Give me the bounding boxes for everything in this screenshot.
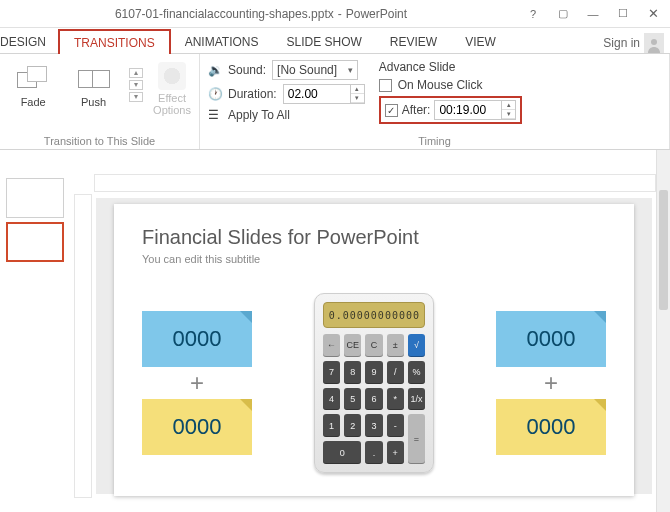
calc-key[interactable]: √ (408, 334, 425, 357)
vertical-scrollbar[interactable] (656, 150, 670, 512)
ribbon-tabs: DESIGN TRANSITIONS ANIMATIONS SLIDE SHOW… (0, 28, 670, 54)
note-top-right[interactable]: 0000 (496, 311, 606, 367)
calculator[interactable]: 0.00000000000 ← CE C ± √ 7 8 9 / % 4 5 (314, 293, 434, 473)
push-icon (78, 62, 110, 94)
after-label: After: (402, 103, 431, 117)
calc-key[interactable]: 0 (323, 441, 361, 464)
calc-key[interactable]: % (408, 361, 425, 384)
on-mouse-checkbox[interactable] (379, 79, 392, 92)
sign-in[interactable]: Sign in (603, 33, 670, 53)
avatar-icon (644, 33, 664, 53)
app-name: PowerPoint (346, 7, 407, 21)
calc-key[interactable]: . (365, 441, 382, 464)
duration-input[interactable] (284, 87, 350, 101)
effect-options-button: Effect Options (153, 58, 191, 116)
vertical-ruler (74, 194, 92, 498)
sound-icon: 🔉 (208, 63, 222, 77)
advance-slide-label: Advance Slide (379, 60, 523, 74)
transition-push[interactable]: Push (68, 58, 118, 108)
workspace: Financial Slides for PowerPoint You can … (0, 150, 670, 512)
minimize-button[interactable]: — (582, 5, 604, 23)
horizontal-ruler (94, 174, 656, 192)
transition-fade[interactable]: Fade (8, 58, 58, 108)
plus-right: + (544, 371, 558, 395)
maximize-button[interactable]: ☐ (612, 5, 634, 23)
after-row: ✓ After: ▴▾ (379, 96, 523, 124)
after-input[interactable] (435, 103, 501, 117)
tab-transitions[interactable]: TRANSITIONS (58, 29, 171, 54)
transition-gallery-more[interactable]: ▴▾▾ (129, 58, 143, 102)
slide[interactable]: Financial Slides for PowerPoint You can … (114, 204, 634, 496)
slide-subtitle[interactable]: You can edit this subtitle (142, 253, 606, 265)
tab-review[interactable]: REVIEW (376, 30, 451, 53)
sound-label: Sound: (228, 63, 266, 77)
thumbnail-selected[interactable] (6, 222, 64, 262)
calc-key[interactable]: 1 (323, 414, 340, 437)
titlebar: 6107-01-financialaccounting-shapes.pptx … (0, 0, 670, 28)
calc-key[interactable]: 6 (365, 388, 382, 411)
after-checkbox[interactable]: ✓ (385, 104, 398, 117)
after-spinbox[interactable]: ▴▾ (434, 100, 516, 120)
calc-key[interactable]: 5 (344, 388, 361, 411)
thumbnail[interactable] (6, 178, 64, 218)
tab-animations[interactable]: ANIMATIONS (171, 30, 273, 53)
tab-design[interactable]: DESIGN (0, 30, 58, 53)
calc-key[interactable]: C (365, 334, 382, 357)
calc-key[interactable]: ← (323, 334, 340, 357)
calc-key[interactable]: 9 (365, 361, 382, 384)
calc-key[interactable]: = (408, 414, 425, 464)
ribbon-display-button[interactable]: ▢ (552, 5, 574, 23)
note-bottom-left[interactable]: 0000 (142, 399, 252, 455)
calc-key[interactable]: * (387, 388, 404, 411)
effect-options-icon (158, 62, 186, 90)
tab-slideshow[interactable]: SLIDE SHOW (272, 30, 375, 53)
calc-display: 0.00000000000 (323, 302, 425, 328)
ribbon: Fade Push ▴▾▾ Effect Options Transition … (0, 54, 670, 150)
plus-left: + (190, 371, 204, 395)
calc-key[interactable]: 8 (344, 361, 361, 384)
slide-title[interactable]: Financial Slides for PowerPoint (142, 226, 606, 249)
calc-keys: ← CE C ± √ 7 8 9 / % 4 5 6 * 1/x (323, 334, 425, 464)
note-bottom-right[interactable]: 0000 (496, 399, 606, 455)
help-button[interactable]: ? (522, 5, 544, 23)
calc-key[interactable]: 7 (323, 361, 340, 384)
close-button[interactable]: ✕ (642, 5, 664, 23)
calc-key[interactable]: / (387, 361, 404, 384)
file-name: 6107-01-financialaccounting-shapes.pptx (115, 7, 334, 21)
duration-label: Duration: (228, 87, 277, 101)
slide-canvas-area[interactable]: Financial Slides for PowerPoint You can … (96, 198, 652, 494)
note-top-left[interactable]: 0000 (142, 311, 252, 367)
calc-key[interactable]: ± (387, 334, 404, 357)
calc-key[interactable]: 1/x (408, 388, 425, 411)
apply-all-icon: ☰ (208, 108, 222, 122)
calc-key[interactable]: 3 (365, 414, 382, 437)
timing-group-label: Timing (208, 133, 661, 147)
slide-thumbnails (0, 174, 70, 512)
calc-key[interactable]: - (387, 414, 404, 437)
transition-group-label: Transition to This Slide (8, 133, 191, 147)
apply-to-all[interactable]: ☰ Apply To All (208, 108, 365, 122)
calc-key[interactable]: + (387, 441, 404, 464)
calc-key[interactable]: 4 (323, 388, 340, 411)
calc-key[interactable]: 2 (344, 414, 361, 437)
fade-icon (17, 62, 49, 94)
svg-point-0 (651, 39, 657, 45)
on-mouse-click-row[interactable]: On Mouse Click (379, 78, 523, 92)
duration-icon: 🕐 (208, 87, 222, 101)
tab-view[interactable]: VIEW (451, 30, 510, 53)
window-title: 6107-01-financialaccounting-shapes.pptx … (0, 7, 522, 21)
sound-dropdown[interactable]: [No Sound] (272, 60, 358, 80)
calc-key[interactable]: CE (344, 334, 361, 357)
duration-spinbox[interactable]: ▴▾ (283, 84, 365, 104)
